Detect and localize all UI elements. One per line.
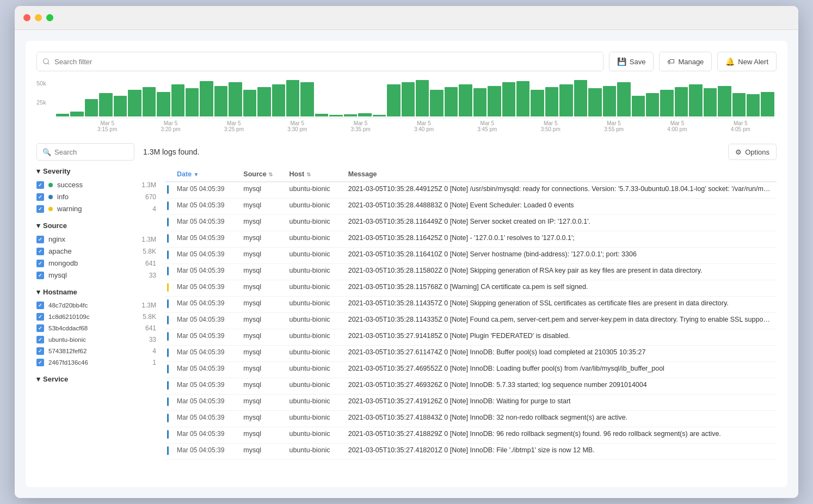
severity-info[interactable]: info 670 — [36, 192, 156, 202]
chart-bar[interactable] — [99, 93, 112, 116]
chart-bar[interactable] — [128, 90, 141, 116]
search-input[interactable] — [54, 148, 120, 156]
chart-bar[interactable] — [157, 92, 170, 116]
hostname-5-checkbox[interactable] — [36, 359, 44, 366]
table-row[interactable]: Mar 05 04:05:39 mysql ubuntu-bionic 2021… — [165, 427, 777, 444]
save-button[interactable]: 💾 Save — [609, 52, 654, 71]
hostname-header[interactable]: ▾ Hostname — [36, 288, 156, 296]
table-row[interactable]: Mar 05 04:05:39 mysql ubuntu-bionic 2021… — [165, 411, 777, 427]
options-button[interactable]: ⚙ Options — [728, 144, 777, 160]
chart-bar[interactable] — [300, 82, 313, 116]
chart-bar[interactable] — [171, 84, 184, 116]
table-row[interactable]: Mar 05 04:05:39 mysql ubuntu-bionic 2021… — [165, 182, 777, 199]
chart-bar[interactable] — [387, 84, 400, 116]
source-nginx[interactable]: nginx 1.3M — [36, 234, 156, 244]
source-mongodb[interactable]: mongodb 641 — [36, 258, 156, 268]
chart-bar[interactable] — [70, 112, 83, 116]
chart-bar[interactable] — [531, 90, 544, 116]
source-mysql-checkbox[interactable] — [36, 272, 44, 279]
table-row[interactable]: Mar 05 04:05:39 mysql ubuntu-bionic 2021… — [165, 346, 777, 362]
col-date[interactable]: Date ▼ — [171, 167, 238, 182]
hostname-1[interactable]: 1c8d6210109c 5.8K — [36, 312, 156, 322]
chart-bar[interactable] — [574, 80, 587, 116]
col-host[interactable]: Host ⇅ — [284, 167, 342, 182]
source-header[interactable]: ▾ Source — [36, 222, 156, 230]
chart-bar[interactable] — [559, 84, 572, 116]
chart-bar[interactable] — [344, 114, 357, 116]
chart-bar[interactable] — [459, 84, 472, 116]
chart-bar[interactable] — [473, 88, 486, 116]
minimize-button[interactable] — [35, 14, 42, 21]
chart-bar[interactable] — [272, 84, 285, 116]
chart-bar[interactable] — [329, 115, 342, 116]
search-box[interactable]: 🔍 — [36, 143, 134, 161]
source-apache-checkbox[interactable] — [36, 248, 44, 255]
chart-bar[interactable] — [545, 87, 558, 116]
severity-success-checkbox[interactable] — [36, 181, 44, 189]
table-row[interactable]: Mar 05 04:05:39 mysql ubuntu-bionic 2021… — [165, 395, 777, 411]
table-row[interactable]: Mar 05 04:05:39 mysql ubuntu-bionic 2021… — [165, 215, 777, 231]
chart-bar[interactable] — [675, 87, 688, 116]
new-alert-button[interactable]: 🔔 New Alert — [717, 52, 777, 71]
chart-bar[interactable] — [143, 87, 156, 116]
severity-warning[interactable]: warning 4 — [36, 204, 156, 214]
hostname-3[interactable]: ubuntu-bionic 33 — [36, 335, 156, 345]
source-apache[interactable]: apache 5.8K — [36, 246, 156, 256]
chart-bar[interactable] — [373, 115, 386, 116]
table-row[interactable]: Mar 05 04:05:39 mysql ubuntu-bionic 2021… — [165, 280, 777, 297]
table-row[interactable]: Mar 05 04:05:39 mysql ubuntu-bionic 2021… — [165, 378, 777, 395]
chart-bar[interactable] — [257, 87, 270, 116]
chart-bar[interactable] — [488, 86, 501, 116]
table-row[interactable]: Mar 05 04:05:39 mysql ubuntu-bionic 2021… — [165, 444, 777, 460]
hostname-0-checkbox[interactable] — [36, 302, 44, 309]
service-header[interactable]: ▾ Service — [36, 375, 156, 383]
chart-bar[interactable] — [603, 86, 616, 116]
chart-bar[interactable] — [617, 82, 630, 116]
severity-success[interactable]: success 1.3M — [36, 180, 156, 190]
table-row[interactable]: Mar 05 04:05:39 mysql ubuntu-bionic 2021… — [165, 248, 777, 264]
hostname-3-checkbox[interactable] — [36, 336, 44, 343]
table-row[interactable]: Mar 05 04:05:39 mysql ubuntu-bionic 2021… — [165, 264, 777, 280]
chart-bar[interactable] — [229, 82, 242, 116]
table-row[interactable]: Mar 05 04:05:39 mysql ubuntu-bionic 2021… — [165, 231, 777, 248]
chart-bar[interactable] — [445, 87, 458, 116]
hostname-5[interactable]: 2467fd136c46 1 — [36, 358, 156, 367]
source-nginx-checkbox[interactable] — [36, 236, 44, 243]
chart-bar[interactable] — [502, 82, 515, 116]
table-row[interactable]: Mar 05 04:05:39 mysql ubuntu-bionic 2021… — [165, 362, 777, 378]
close-button[interactable] — [23, 14, 30, 21]
chart-bar[interactable] — [646, 93, 659, 116]
source-mysql[interactable]: mysql 33 — [36, 270, 156, 280]
hostname-2-checkbox[interactable] — [36, 324, 44, 332]
table-row[interactable]: Mar 05 04:05:39 mysql ubuntu-bionic 2021… — [165, 313, 777, 329]
chart-bar[interactable] — [243, 90, 256, 116]
chart-bar[interactable] — [416, 80, 429, 116]
chart-bar[interactable] — [358, 113, 371, 116]
chart-bar[interactable] — [85, 99, 98, 116]
chart-bar[interactable] — [718, 86, 731, 116]
chart-bar[interactable] — [286, 80, 299, 116]
chart-bar[interactable] — [214, 86, 227, 116]
hostname-1-checkbox[interactable] — [36, 313, 44, 321]
chart-bar[interactable] — [200, 81, 213, 116]
hostname-2[interactable]: 53b4cddacf68 641 — [36, 323, 156, 333]
severity-header[interactable]: ▾ Severity — [36, 167, 156, 175]
chart-bar[interactable] — [315, 114, 328, 116]
chart-bar[interactable] — [186, 88, 199, 116]
severity-info-checkbox[interactable] — [36, 193, 44, 201]
table-row[interactable]: Mar 05 04:05:39 mysql ubuntu-bionic 2021… — [165, 297, 777, 313]
chart-bar[interactable] — [56, 114, 69, 116]
manage-button[interactable]: 🏷 Manage — [659, 52, 712, 71]
search-filter-input[interactable] — [36, 52, 603, 71]
chart-bar[interactable] — [632, 96, 645, 116]
source-mongodb-checkbox[interactable] — [36, 260, 44, 267]
table-row[interactable]: Mar 05 04:05:39 mysql ubuntu-bionic 2021… — [165, 199, 777, 215]
maximize-button[interactable] — [46, 14, 53, 21]
chart-bar[interactable] — [732, 93, 746, 116]
chart-bar[interactable] — [689, 84, 702, 116]
chart-bar[interactable] — [516, 81, 529, 116]
hostname-4-checkbox[interactable] — [36, 347, 44, 355]
table-row[interactable]: Mar 05 04:05:39 mysql ubuntu-bionic 2021… — [165, 329, 777, 346]
chart-bar[interactable] — [114, 96, 127, 116]
chart-bar[interactable] — [402, 82, 415, 116]
